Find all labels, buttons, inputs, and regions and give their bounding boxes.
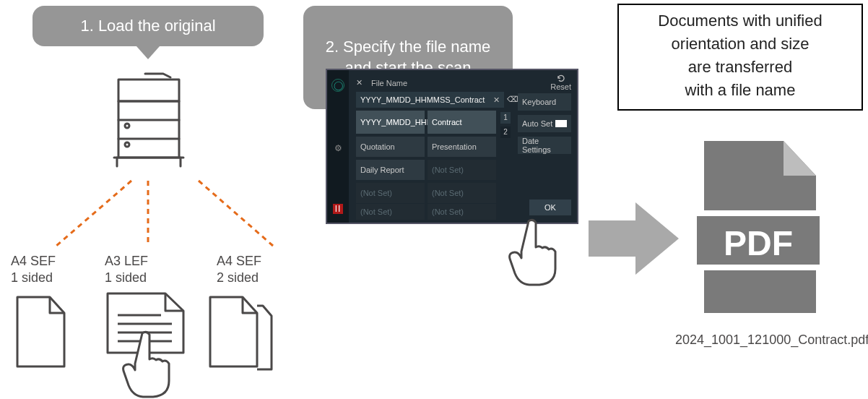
callout-tail xyxy=(136,46,160,59)
toggle-indicator xyxy=(555,120,567,127)
dashed-connector-middle xyxy=(141,177,155,249)
svg-line-9 xyxy=(56,181,131,246)
paper-a-line1: A4 SEF xyxy=(11,254,56,268)
document-double-sided-icon xyxy=(206,293,275,372)
panel-title: File Name xyxy=(371,79,407,87)
document-portrait-blank-icon xyxy=(13,293,69,372)
dashed-connector-left xyxy=(51,177,134,249)
preset-cell-empty[interactable]: (Not Set) xyxy=(356,204,425,220)
preset-label: (Not Set) xyxy=(360,207,392,216)
svg-point-5 xyxy=(125,142,129,147)
preset-cell-daily-report[interactable]: Daily Report xyxy=(356,160,425,180)
paper-c-line1: A4 SEF xyxy=(217,254,261,268)
page-2-label: 2 xyxy=(503,128,508,136)
preset-cell-contract[interactable]: Contract xyxy=(428,111,496,134)
step-1-callout: 1. Load the original xyxy=(32,6,264,46)
panel-sidebar: ◯ ⚙ II xyxy=(327,70,349,223)
preset-cell-presentation[interactable]: Presentation xyxy=(428,137,496,157)
pdf-filename-text: 2024_1001_121000_Contract.pdf xyxy=(675,332,868,347)
preset-label: Contract xyxy=(432,118,462,126)
svg-marker-16 xyxy=(589,202,679,275)
preset-label: (Not Set) xyxy=(360,189,392,197)
preset-cell-empty[interactable]: (Not Set) xyxy=(428,183,496,203)
close-icon[interactable]: ✕ xyxy=(356,78,363,87)
filename-input[interactable]: YYYY_MMDD_HHMMSS_Contract ✕ xyxy=(356,92,504,108)
panel-topbar: ✕ File Name Reset xyxy=(356,74,571,91)
pause-button[interactable]: II xyxy=(333,204,343,214)
page-2[interactable]: 2 xyxy=(500,126,511,138)
svg-line-11 xyxy=(199,181,273,246)
preset-label: Quotation xyxy=(360,142,395,151)
preset-label: Presentation xyxy=(432,142,477,151)
preset-label: (Not Set) xyxy=(432,189,464,197)
reset-button[interactable]: Reset xyxy=(550,74,571,91)
filename-input-value: YYYY_MMDD_HHMMSS_Contract xyxy=(360,95,490,104)
pdf-filename: 2024_1001_121000_Contract.pdf xyxy=(675,332,868,348)
user-icon[interactable]: ◯ xyxy=(331,79,344,92)
pdf-file-icon: PDF xyxy=(690,134,827,322)
result-description-box: Documents with unified orientation and s… xyxy=(617,4,863,111)
keyboard-button[interactable]: Keyboard xyxy=(518,93,571,111)
reset-label: Reset xyxy=(550,82,571,91)
date-settings-button[interactable]: Date Settings xyxy=(518,137,571,154)
keyboard-label: Keyboard xyxy=(522,98,556,106)
backspace-icon[interactable]: ⌫ xyxy=(507,95,518,104)
result-description-text: Documents with unified orientation and s… xyxy=(658,12,822,99)
preset-cell-yyyy-mmdd-hhmmss[interactable]: YYYY_MMDD_HHMMSS xyxy=(356,111,425,134)
preset-label: (Not Set) xyxy=(432,166,464,174)
preset-label: (Not Set) xyxy=(432,207,464,216)
preset-cell-empty[interactable]: (Not Set) xyxy=(428,160,496,180)
paper-label-c: A4 SEF 2 sided xyxy=(217,253,261,286)
paper-b-line2: 1 sided xyxy=(105,270,147,285)
paper-label-b: A3 LEF 1 sided xyxy=(105,253,148,286)
date-settings-label: Date Settings xyxy=(522,137,567,154)
page-1[interactable]: 1 xyxy=(500,112,511,124)
hand-pointer-icon xyxy=(505,217,563,289)
paper-c-line2: 2 sided xyxy=(217,270,259,285)
preset-cell-quotation[interactable]: Quotation xyxy=(356,137,425,157)
svg-rect-0 xyxy=(118,80,179,101)
page-1-label: 1 xyxy=(503,113,508,121)
svg-point-4 xyxy=(125,124,129,128)
autoset-toggle[interactable]: Auto Set xyxy=(518,115,571,132)
clear-input-icon[interactable]: ✕ xyxy=(493,95,500,105)
step-1-text: 1. Load the original xyxy=(80,15,215,37)
scan-settings-panel: ◯ ⚙ II ✕ File Name Reset YYYY_MMDD_HHMMS… xyxy=(326,69,578,224)
pdf-label: PDF xyxy=(724,224,793,262)
gear-icon[interactable]: ⚙ xyxy=(334,143,342,153)
paper-label-a: A4 SEF 1 sided xyxy=(11,253,56,286)
paper-a-line2: 1 sided xyxy=(11,270,53,285)
hand-pointer-icon xyxy=(119,329,177,399)
ok-button[interactable]: OK xyxy=(529,200,571,215)
svg-rect-1 xyxy=(118,101,179,158)
preset-cell-empty[interactable]: (Not Set) xyxy=(428,204,496,220)
paper-b-line1: A3 LEF xyxy=(105,254,148,268)
mfp-printer-icon xyxy=(105,66,192,175)
preset-cell-empty[interactable]: (Not Set) xyxy=(356,183,425,203)
dashed-connector-right xyxy=(195,177,278,249)
autoset-label: Auto Set xyxy=(522,119,552,128)
ok-label: OK xyxy=(544,203,556,212)
preset-label: Daily Report xyxy=(360,166,404,174)
arrow-right-icon xyxy=(585,195,682,282)
